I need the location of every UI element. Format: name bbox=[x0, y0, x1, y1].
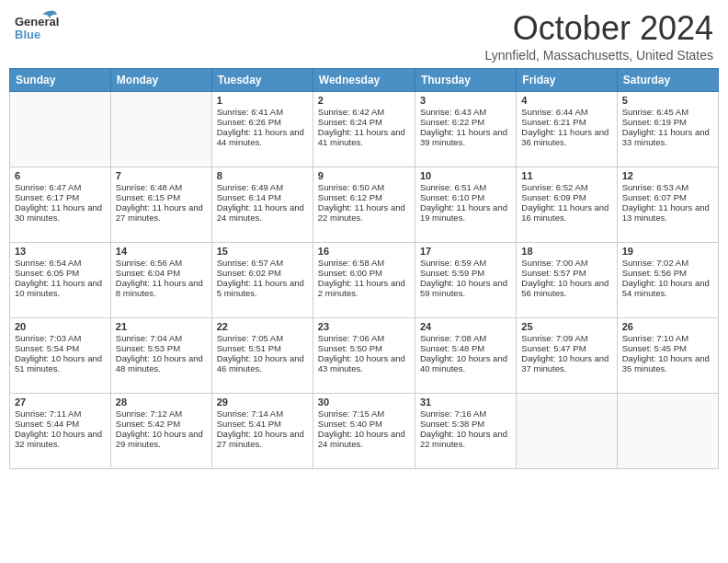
calendar-cell bbox=[110, 92, 211, 167]
day-number: 26 bbox=[622, 321, 713, 332]
daylight-text: Daylight: 11 hours and 16 minutes. bbox=[521, 202, 611, 223]
day-number: 23 bbox=[318, 321, 410, 332]
sunrise-text: Sunrise: 6:49 AM bbox=[217, 182, 308, 192]
sunrise-text: Sunrise: 7:02 AM bbox=[622, 258, 713, 268]
logo-icon: General Blue bbox=[15, 9, 59, 44]
calendar-wrapper: SundayMondayTuesdayWednesdayThursdayFrid… bbox=[0, 68, 728, 475]
day-number: 31 bbox=[420, 396, 511, 408]
day-number: 3 bbox=[420, 95, 511, 106]
calendar-cell: 1Sunrise: 6:41 AMSunset: 6:26 PMDaylight… bbox=[211, 92, 313, 167]
sunset-text: Sunset: 6:14 PM bbox=[217, 192, 308, 202]
sunset-text: Sunset: 5:56 PM bbox=[622, 268, 713, 278]
daylight-text: Daylight: 11 hours and 27 minutes. bbox=[116, 202, 207, 223]
calendar-row: 20Sunrise: 7:03 AMSunset: 5:54 PMDayligh… bbox=[10, 318, 719, 394]
sunrise-text: Sunrise: 6:48 AM bbox=[116, 182, 207, 192]
calendar-cell: 10Sunrise: 6:51 AMSunset: 6:10 PMDayligh… bbox=[415, 167, 516, 243]
dow-cell: Saturday bbox=[617, 69, 718, 92]
calendar-row: 13Sunrise: 6:54 AMSunset: 6:05 PMDayligh… bbox=[10, 243, 719, 318]
day-number: 11 bbox=[521, 170, 611, 181]
sunrise-text: Sunrise: 7:12 AM bbox=[116, 408, 207, 419]
daylight-text: Daylight: 10 hours and 29 minutes. bbox=[116, 429, 207, 449]
dow-cell: Monday bbox=[110, 69, 211, 92]
day-number: 19 bbox=[622, 246, 713, 257]
sunrise-text: Sunrise: 7:15 AM bbox=[318, 408, 410, 419]
calendar-cell: 22Sunrise: 7:05 AMSunset: 5:51 PMDayligh… bbox=[211, 318, 313, 394]
sunset-text: Sunset: 5:42 PM bbox=[116, 419, 207, 429]
calendar-cell: 8Sunrise: 6:49 AMSunset: 6:14 PMDaylight… bbox=[211, 167, 313, 243]
daylight-text: Daylight: 11 hours and 36 minutes. bbox=[521, 127, 611, 147]
sunset-text: Sunset: 5:38 PM bbox=[420, 419, 511, 429]
sunset-text: Sunset: 5:57 PM bbox=[521, 268, 611, 278]
calendar-cell: 24Sunrise: 7:08 AMSunset: 5:48 PMDayligh… bbox=[415, 318, 516, 394]
sunset-text: Sunset: 6:22 PM bbox=[420, 117, 511, 127]
sunset-text: Sunset: 5:47 PM bbox=[521, 343, 611, 353]
daylight-text: Daylight: 11 hours and 44 minutes. bbox=[217, 127, 308, 147]
sunset-text: Sunset: 6:04 PM bbox=[116, 268, 207, 278]
day-number: 8 bbox=[217, 170, 308, 181]
title-block: October 2024 Lynnfield, Massachusetts, U… bbox=[485, 9, 714, 63]
daylight-text: Daylight: 11 hours and 19 minutes. bbox=[420, 202, 511, 223]
calendar-cell bbox=[517, 394, 617, 469]
calendar-row: 27Sunrise: 7:11 AMSunset: 5:44 PMDayligh… bbox=[10, 394, 719, 469]
calendar-cell: 31Sunrise: 7:16 AMSunset: 5:38 PMDayligh… bbox=[415, 394, 516, 469]
sunrise-text: Sunrise: 6:58 AM bbox=[318, 258, 410, 268]
daylight-text: Daylight: 11 hours and 22 minutes. bbox=[318, 202, 410, 223]
calendar-cell: 14Sunrise: 6:56 AMSunset: 6:04 PMDayligh… bbox=[110, 243, 211, 318]
sunrise-text: Sunrise: 6:56 AM bbox=[116, 258, 207, 268]
sunrise-text: Sunrise: 7:06 AM bbox=[318, 333, 410, 343]
day-number: 22 bbox=[217, 321, 308, 332]
sunrise-text: Sunrise: 7:05 AM bbox=[217, 333, 308, 343]
daylight-text: Daylight: 10 hours and 40 minutes. bbox=[420, 353, 511, 373]
calendar-cell: 4Sunrise: 6:44 AMSunset: 6:21 PMDaylight… bbox=[517, 92, 617, 167]
svg-text:General: General bbox=[15, 15, 59, 29]
daylight-text: Daylight: 10 hours and 59 minutes. bbox=[420, 278, 511, 298]
sunset-text: Sunset: 6:10 PM bbox=[420, 192, 511, 202]
calendar-cell: 3Sunrise: 6:43 AMSunset: 6:22 PMDaylight… bbox=[415, 92, 516, 167]
daylight-text: Daylight: 11 hours and 30 minutes. bbox=[15, 202, 106, 223]
sunset-text: Sunset: 6:26 PM bbox=[217, 117, 308, 127]
sunset-text: Sunset: 6:17 PM bbox=[15, 192, 106, 202]
svg-text:Blue: Blue bbox=[15, 28, 40, 41]
header: General Blue October 2024 Lynnfield, Mas… bbox=[0, 0, 728, 68]
calendar-cell: 7Sunrise: 6:48 AMSunset: 6:15 PMDaylight… bbox=[110, 167, 211, 243]
page: General Blue October 2024 Lynnfield, Mas… bbox=[0, 0, 728, 563]
sunrise-text: Sunrise: 7:16 AM bbox=[420, 408, 511, 419]
calendar-body: 1Sunrise: 6:41 AMSunset: 6:26 PMDaylight… bbox=[10, 92, 719, 469]
daylight-text: Daylight: 11 hours and 13 minutes. bbox=[622, 202, 713, 223]
dow-cell: Tuesday bbox=[211, 69, 313, 92]
dow-cell: Wednesday bbox=[313, 69, 415, 92]
logo: General Blue bbox=[15, 9, 59, 44]
day-number: 16 bbox=[318, 246, 410, 257]
daylight-text: Daylight: 10 hours and 51 minutes. bbox=[15, 353, 106, 373]
calendar-cell bbox=[10, 92, 111, 167]
sunset-text: Sunset: 6:12 PM bbox=[318, 192, 410, 202]
day-number: 25 bbox=[521, 321, 611, 332]
day-number: 30 bbox=[318, 396, 410, 408]
daylight-text: Daylight: 10 hours and 32 minutes. bbox=[15, 429, 106, 449]
daylight-text: Daylight: 11 hours and 41 minutes. bbox=[318, 127, 410, 147]
daylight-text: Daylight: 10 hours and 24 minutes. bbox=[318, 429, 410, 449]
sunrise-text: Sunrise: 6:44 AM bbox=[521, 107, 611, 117]
sunrise-text: Sunrise: 6:57 AM bbox=[217, 258, 308, 268]
sunset-text: Sunset: 6:07 PM bbox=[622, 192, 713, 202]
calendar-cell: 5Sunrise: 6:45 AMSunset: 6:19 PMDaylight… bbox=[617, 92, 718, 167]
calendar-cell: 12Sunrise: 6:53 AMSunset: 6:07 PMDayligh… bbox=[617, 167, 718, 243]
calendar-cell: 17Sunrise: 6:59 AMSunset: 5:59 PMDayligh… bbox=[415, 243, 516, 318]
calendar-cell: 15Sunrise: 6:57 AMSunset: 6:02 PMDayligh… bbox=[211, 243, 313, 318]
daylight-text: Daylight: 10 hours and 56 minutes. bbox=[521, 278, 611, 298]
sunrise-text: Sunrise: 6:47 AM bbox=[15, 182, 106, 192]
sunrise-text: Sunrise: 6:53 AM bbox=[622, 182, 713, 192]
daylight-text: Daylight: 10 hours and 43 minutes. bbox=[318, 353, 410, 373]
daylight-text: Daylight: 10 hours and 48 minutes. bbox=[116, 353, 207, 373]
location-title: Lynnfield, Massachusetts, United States bbox=[485, 48, 714, 63]
sunset-text: Sunset: 5:59 PM bbox=[420, 268, 511, 278]
sunset-text: Sunset: 5:45 PM bbox=[622, 343, 713, 353]
day-number: 17 bbox=[420, 246, 511, 257]
sunrise-text: Sunrise: 7:09 AM bbox=[521, 333, 611, 343]
sunrise-text: Sunrise: 6:54 AM bbox=[15, 258, 106, 268]
day-number: 6 bbox=[15, 170, 106, 181]
sunset-text: Sunset: 6:21 PM bbox=[521, 117, 611, 127]
calendar-cell: 18Sunrise: 7:00 AMSunset: 5:57 PMDayligh… bbox=[517, 243, 617, 318]
day-number: 15 bbox=[217, 246, 308, 257]
calendar-cell: 20Sunrise: 7:03 AMSunset: 5:54 PMDayligh… bbox=[10, 318, 111, 394]
